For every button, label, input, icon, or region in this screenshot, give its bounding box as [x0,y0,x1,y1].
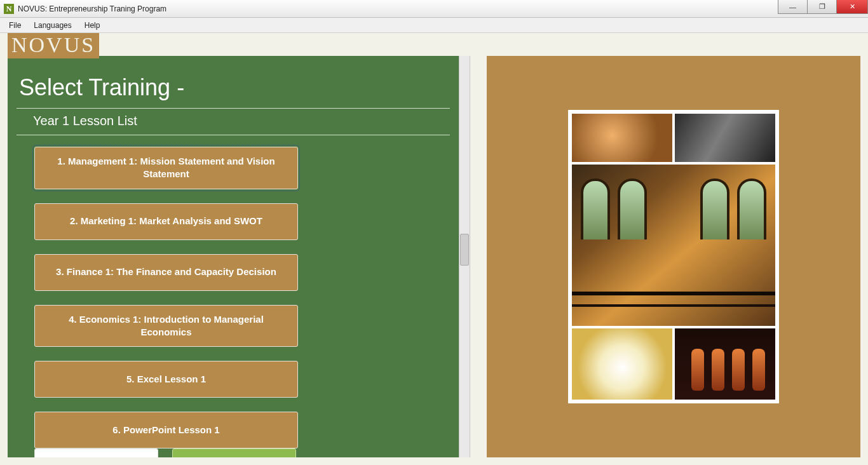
brand-logo: NOVUS [8,33,99,58]
lesson-label: 5. Excel Lesson 1 [126,373,206,386]
collage-tile-brewery-hall [572,165,775,326]
page-title: Select Training - [8,56,459,108]
image-collage [568,110,779,403]
app-icon: N [4,4,14,14]
menu-languages[interactable]: Languages [27,21,78,30]
menu-file[interactable]: File [3,21,27,30]
lesson-label: 3. Finance 1: The Finance and Capacity D… [56,266,276,278]
maximize-button[interactable]: ❐ [807,0,836,14]
lesson-list: 1. Management 1: Mission Statement and V… [8,135,459,448]
lesson-button-6[interactable]: 6. PowerPoint Lesson 1 [34,412,298,448]
training-panel: Select Training - Year 1 Lesson List 1. … [8,56,459,457]
menu-help[interactable]: Help [78,21,107,30]
lesson-label: 6. PowerPoint Lesson 1 [112,424,219,436]
lesson-list-heading: Year 1 Lesson List [17,112,450,135]
divider [17,108,450,109]
brand-logo-text: NOVUS [11,33,95,57]
minimize-button[interactable]: — [778,0,807,14]
collage-tile-copper-vats [572,114,672,162]
menubar: File Languages Help [0,18,868,33]
footer-button-left[interactable] [34,448,158,457]
lesson-label: 4. Economics 1: Introduction to Manageri… [49,313,283,339]
lesson-label: 2. Marketing 1: Market Analysis and SWOT [70,215,262,227]
footer-buttons [34,448,296,457]
workspace: NOVUS Select Training - Year 1 Lesson Li… [0,33,868,465]
lesson-button-4[interactable]: 4. Economics 1: Introduction to Manageri… [34,305,298,347]
scrollbar-thumb[interactable] [460,234,469,266]
collage-tile-bottles [675,328,775,400]
window-titlebar: N NOVUS: Entrepreneurship Traning Progra… [0,0,868,18]
collage-tile-machinery [675,114,775,162]
lesson-label: 1. Management 1: Mission Statement and V… [49,155,283,181]
lesson-button-5[interactable]: 5. Excel Lesson 1 [34,361,298,398]
lesson-button-1[interactable]: 1. Management 1: Mission Statement and V… [34,147,298,189]
preview-panel [487,56,860,457]
lesson-button-2[interactable]: 2. Marketing 1: Market Analysis and SWOT [34,203,298,240]
vertical-scrollbar[interactable] [459,56,470,457]
window-controls: — ❐ ✕ [778,0,868,14]
right-pane [470,33,868,465]
collage-tile-beer-glass [572,328,672,400]
close-button[interactable]: ✕ [836,0,868,14]
lesson-button-3[interactable]: 3. Finance 1: The Finance and Capacity D… [34,254,298,291]
left-pane: Select Training - Year 1 Lesson List 1. … [0,33,470,465]
footer-button-right[interactable] [172,448,296,457]
window-title: NOVUS: Entrepreneurship Traning Program [18,4,166,13]
